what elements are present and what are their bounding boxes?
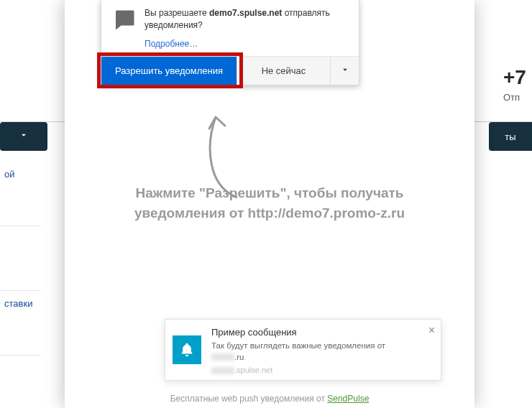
blurred-source bbox=[211, 367, 234, 374]
toast-icon-wrap bbox=[165, 320, 208, 380]
toast-source: .spulse.net bbox=[211, 366, 435, 374]
learn-more-link[interactable]: Подробнее… bbox=[101, 37, 359, 56]
close-icon[interactable]: × bbox=[428, 324, 435, 337]
not-now-dropdown-button[interactable] bbox=[330, 57, 359, 85]
permission-button-row: Разрешить уведомления Не сейчас bbox=[101, 56, 359, 85]
permission-question: Вы разрешаете demo7.spulse.net отправлят… bbox=[145, 7, 349, 33]
not-now-button[interactable]: Не сейчас bbox=[237, 57, 330, 85]
sidebar-item[interactable] bbox=[0, 356, 40, 408]
perm-text-prefix: Вы разрешаете bbox=[145, 8, 209, 18]
left-sidebar: ой ставки bbox=[0, 162, 40, 408]
chevron-down-icon bbox=[340, 65, 350, 78]
sidebar-item[interactable]: ставки bbox=[0, 291, 40, 356]
sidebar-item[interactable] bbox=[0, 226, 40, 291]
footer-credit: Бесплатные web push уведомления от SendP… bbox=[65, 394, 474, 404]
instruction-text: Нажмите "Разрешить", чтобы получать увед… bbox=[65, 183, 474, 223]
bg-right-nav-button[interactable]: ты bbox=[489, 122, 532, 151]
phone-subtext: Отп bbox=[503, 92, 532, 103]
sendpulse-link[interactable]: SendPulse bbox=[327, 394, 369, 404]
phone-number: +7 bbox=[503, 66, 532, 89]
bell-icon bbox=[173, 335, 201, 364]
perm-domain: demo7.spulse.net bbox=[209, 8, 282, 18]
toast-domain-suffix: .ru bbox=[234, 353, 244, 361]
toast-msg-text: Так будут выглядеть важные уведомления о… bbox=[211, 341, 385, 350]
allow-notifications-button[interactable]: Разрешить уведомления bbox=[101, 57, 237, 85]
blurred-domain bbox=[211, 353, 234, 361]
bg-left-dropdown-button[interactable] bbox=[0, 122, 47, 151]
chevron-down-icon bbox=[19, 130, 29, 143]
speech-bubble-icon bbox=[111, 7, 137, 33]
toast-source-suffix: .spulse.net bbox=[234, 366, 272, 374]
sidebar-item[interactable]: ой bbox=[0, 162, 40, 226]
instruction-line2: уведомления от http://demo7.promo-z.ru bbox=[134, 205, 405, 221]
toast-title: Пример сообщения bbox=[211, 327, 435, 338]
notification-permission-dialog: Вы разрешаете demo7.spulse.net отправлят… bbox=[101, 0, 359, 85]
instruction-line1: Нажмите "Разрешить", чтобы получать bbox=[135, 185, 403, 200]
pointer-arrow-icon bbox=[191, 104, 262, 205]
toast-message: Так будут выглядеть важные уведомления о… bbox=[211, 340, 435, 363]
footer-text: Бесплатные web push уведомления от bbox=[170, 394, 328, 404]
sample-notification-toast: × Пример сообщения Так будут выглядеть в… bbox=[165, 319, 441, 381]
